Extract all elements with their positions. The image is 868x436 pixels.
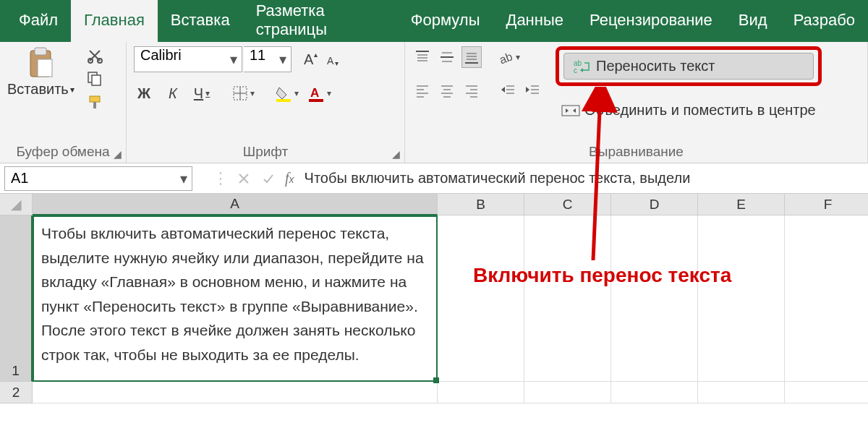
group-alignment: ab abc Переносить текст — [405, 42, 868, 163]
decrease-font-size-button[interactable]: A▾ — [323, 48, 344, 70]
name-box[interactable]: A1 ▾ — [4, 166, 192, 191]
font-color-icon: A — [307, 85, 325, 102]
wrap-text-button[interactable]: abc Переносить текст — [563, 53, 814, 80]
callout-highlight: abc Переносить текст — [556, 46, 822, 86]
cell-c1[interactable] — [524, 215, 611, 382]
bucket-icon — [275, 85, 292, 102]
wrap-text-icon: abc — [573, 59, 592, 74]
orientation-icon: ab — [498, 49, 514, 65]
borders-button[interactable] — [232, 82, 255, 104]
svg-marker-46 — [501, 87, 505, 93]
column-header-f[interactable]: F — [785, 194, 868, 215]
svg-rect-54 — [562, 106, 579, 116]
svg-text:▾: ▾ — [335, 59, 339, 67]
increase-indent-button[interactable] — [522, 80, 542, 101]
chevron-down-icon: ▾ — [70, 85, 75, 95]
svg-rect-7 — [90, 96, 100, 102]
tab-data[interactable]: Данные — [493, 0, 576, 42]
cell-d2[interactable] — [611, 382, 698, 403]
tab-developer[interactable]: Разрабо — [780, 0, 868, 42]
orientation-button[interactable]: ab — [498, 46, 520, 68]
chevron-down-icon: ▾ — [279, 51, 286, 68]
bold-button[interactable]: Ж — [134, 82, 154, 104]
wrap-text-label: Переносить текст — [596, 58, 715, 74]
merge-center-button[interactable]: Объединить и поместить в центре — [556, 98, 822, 123]
svg-rect-2 — [38, 59, 52, 77]
format-painter-button[interactable] — [85, 93, 105, 111]
align-middle-icon — [439, 49, 455, 65]
cell-c2[interactable] — [524, 382, 611, 403]
cell-d1[interactable] — [611, 215, 698, 382]
row-header-2[interactable]: 2 — [0, 382, 33, 403]
font-name-selector[interactable]: Calibri ▾ — [134, 46, 242, 72]
align-right-button[interactable] — [461, 80, 482, 101]
column-header-a[interactable]: A — [33, 194, 438, 215]
increase-font-size-button[interactable]: A▴ — [302, 48, 322, 70]
grip-icon: ⋮ — [210, 169, 231, 188]
svg-marker-53 — [580, 68, 583, 72]
svg-rect-18 — [309, 99, 323, 102]
tab-view[interactable]: Вид — [726, 0, 780, 42]
cancel-formula-button[interactable] — [231, 166, 256, 191]
increase-indent-icon — [524, 82, 540, 98]
fx-button[interactable]: fx — [281, 170, 305, 187]
column-header-c[interactable]: C — [524, 194, 611, 215]
cell-f2[interactable] — [785, 382, 868, 403]
dialog-launcher-icon[interactable]: ◢ — [392, 148, 400, 160]
tab-formulas[interactable]: Формулы — [398, 0, 493, 42]
paintbrush-icon — [87, 94, 103, 110]
cell-e1[interactable] — [698, 215, 785, 382]
align-center-button[interactable] — [437, 80, 457, 101]
tab-file[interactable]: Файл — [6, 0, 71, 42]
svg-rect-6 — [92, 75, 101, 85]
fill-color-button[interactable] — [275, 82, 299, 104]
paste-button[interactable]: Вставить▾ — [7, 46, 75, 98]
increase-font-icon: A▴ — [302, 50, 321, 69]
tab-home[interactable]: Главная — [71, 0, 158, 42]
enter-formula-button[interactable] — [256, 166, 281, 191]
group-label-alignment: Выравнивание — [412, 140, 860, 160]
italic-button[interactable]: К — [163, 82, 183, 104]
formula-bar-content[interactable]: Чтобы включить автоматический перенос те… — [305, 170, 864, 187]
cell-f1[interactable] — [785, 215, 868, 382]
column-header-e[interactable]: E — [698, 194, 785, 215]
cell-e2[interactable] — [698, 382, 785, 403]
merge-center-label: Объединить и поместить в центре — [584, 102, 816, 119]
cell-b1[interactable] — [438, 215, 524, 382]
align-top-button[interactable] — [412, 46, 433, 68]
tab-insert[interactable]: Вставка — [158, 0, 243, 42]
decrease-font-icon: A▾ — [324, 50, 343, 69]
copy-button[interactable] — [85, 69, 105, 88]
align-bottom-button[interactable] — [461, 46, 482, 68]
column-header-b[interactable]: B — [438, 194, 524, 215]
align-bottom-icon — [464, 49, 480, 65]
merge-icon — [561, 103, 580, 119]
cut-button[interactable] — [85, 46, 105, 65]
cell-a2[interactable] — [33, 382, 438, 403]
align-left-button[interactable] — [412, 80, 433, 101]
select-all-corner[interactable]: ◢ — [0, 194, 33, 215]
align-top-icon — [414, 49, 430, 65]
cell-a1[interactable]: Чтобы включить автоматический перенос те… — [33, 215, 438, 382]
font-color-button[interactable]: A — [307, 82, 331, 104]
svg-text:c: c — [574, 67, 577, 74]
tab-page-layout[interactable]: Разметка страницы — [243, 0, 398, 42]
decrease-indent-button[interactable] — [498, 80, 518, 101]
align-middle-button[interactable] — [437, 46, 457, 68]
group-label-clipboard: Буфер обмена — [7, 140, 119, 160]
align-center-icon — [439, 82, 455, 98]
row-header-1[interactable]: 1 — [0, 215, 33, 382]
svg-rect-1 — [35, 48, 46, 55]
cell-b2[interactable] — [438, 382, 524, 403]
paste-label: Вставить — [7, 81, 69, 98]
underline-button[interactable]: Ч — [192, 82, 212, 104]
chevron-down-icon: ▾ — [230, 51, 237, 68]
dialog-launcher-icon[interactable]: ◢ — [114, 148, 122, 160]
chevron-down-icon: ▾ — [180, 170, 187, 187]
name-box-value: A1 — [11, 170, 28, 187]
column-header-d[interactable]: D — [611, 194, 698, 215]
borders-icon — [232, 85, 248, 101]
spreadsheet-grid: ◢ A B C D E F 1 Чтобы включить автоматич… — [0, 194, 868, 403]
tab-review[interactable]: Рецензирование — [576, 0, 726, 42]
font-size-selector[interactable]: 11 ▾ — [244, 46, 292, 72]
